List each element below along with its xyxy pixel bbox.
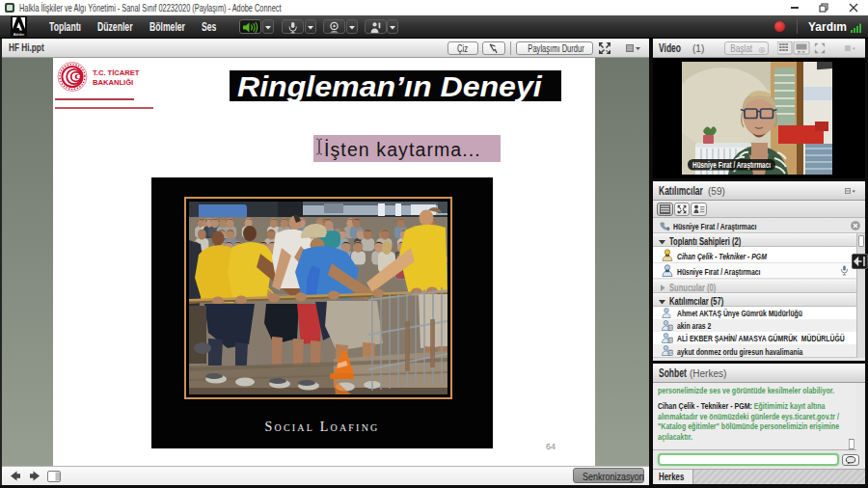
svg-text:T.C. TİCARET: T.C. TİCARET (93, 68, 140, 77)
svg-text:BAKANLIĞI: BAKANLIĞI (93, 78, 133, 87)
svg-text:Hüsniye Fırat / Araştırmacı: Hüsniye Fırat / Araştırmacı (692, 160, 771, 170)
svg-text:Adobe: Adobe (14, 32, 25, 37)
